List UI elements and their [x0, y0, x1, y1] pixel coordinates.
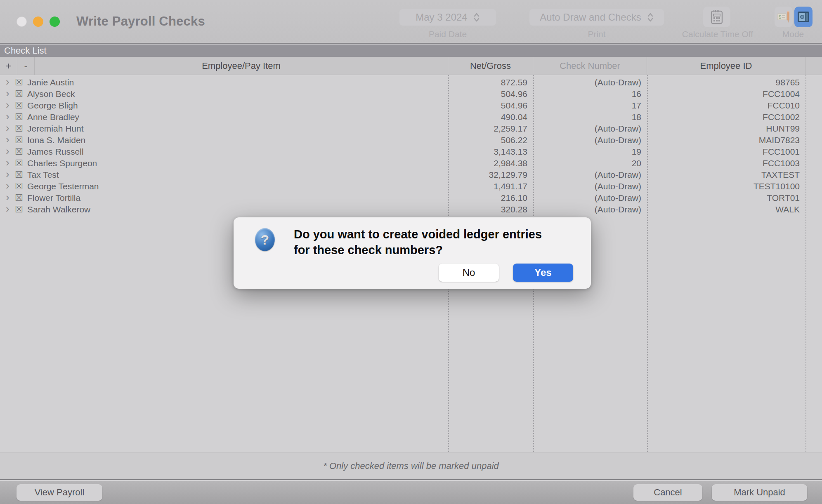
net-gross-value: 1,491.17 [448, 181, 527, 192]
calculator-calendar-icon [709, 9, 724, 25]
table-header-row: + - Employee/Pay Item Net/Gross Check Nu… [0, 57, 822, 75]
checked-checkbox-icon[interactable]: ☒ [15, 169, 23, 181]
check-number-value: (Auto-Draw) [533, 169, 641, 181]
check-number-value: 19 [533, 146, 641, 158]
footer-bar: View Payroll Cancel Mark Unpaid [0, 481, 822, 504]
check-number-value: 20 [533, 158, 641, 169]
checked-checkbox-icon[interactable]: ☒ [15, 134, 23, 146]
employee-id-value: TORT01 [647, 192, 800, 204]
paid-date-select[interactable]: May 3 2024 [399, 9, 496, 26]
net-gross-value: 490.04 [448, 111, 527, 123]
employee-name: George Testerman [27, 181, 99, 192]
mode-vault-segment[interactable] [794, 7, 813, 27]
mark-unpaid-button[interactable]: Mark Unpaid [712, 484, 807, 501]
employee-id-value: FCC1003 [647, 158, 800, 169]
employee-name: Sarah Walkerow [27, 204, 90, 215]
table-row[interactable]: › ☒ Anne Bradley 490.04 18 FCC1002 [0, 111, 822, 123]
table-row[interactable]: › ☒ Jeremiah Hunt 2,259.17 (Auto-Draw) H… [0, 123, 822, 134]
checked-checkbox-icon[interactable]: ☒ [15, 123, 23, 134]
employee-name: Janie Austin [27, 77, 74, 88]
employee-id-value: FCC1002 [647, 111, 800, 123]
table-row[interactable]: › ☒ Janie Austin 872.59 (Auto-Draw) 9876… [0, 77, 822, 88]
check-number-value: (Auto-Draw) [533, 204, 641, 215]
footnote-text: * Only checked items will be marked unpa… [323, 461, 499, 471]
chevron-right-icon[interactable]: › [6, 191, 9, 203]
no-button[interactable]: No [439, 264, 499, 282]
titlebar: Write Payroll Checks May 3 2024 Paid Dat… [0, 0, 822, 44]
chevron-right-icon[interactable]: › [6, 203, 9, 214]
checked-checkbox-icon[interactable]: ☒ [15, 77, 23, 88]
chevron-right-icon[interactable]: › [6, 76, 9, 87]
question-mark-icon: ? [255, 228, 275, 251]
traffic-light-minimize-button[interactable] [33, 16, 43, 27]
column-header-employee-pay-item[interactable]: Employee/Pay Item [35, 57, 448, 75]
write-payroll-checks-window: Write Payroll Checks May 3 2024 Paid Dat… [0, 0, 822, 504]
employee-name: Tax Test [27, 169, 59, 181]
employee-id-value: TAXTEST [647, 169, 800, 181]
check-number-value: (Auto-Draw) [533, 77, 641, 88]
chevron-right-icon[interactable]: › [6, 168, 9, 180]
net-gross-value: 2,984.38 [448, 158, 527, 169]
table-row[interactable]: › ☒ Flower Tortilla 216.10 (Auto-Draw) T… [0, 192, 822, 204]
voided-ledger-confirmation-dialog: ? Do you want to create voided ledger en… [234, 217, 591, 289]
print-value: Auto Draw and Checks [540, 12, 641, 23]
chevron-up-down-icon [647, 12, 654, 23]
table-row[interactable]: › ☒ Sarah Walkerow 320.28 (Auto-Draw) WA… [0, 204, 822, 215]
checked-checkbox-icon[interactable]: ☒ [15, 111, 23, 123]
checked-checkbox-icon[interactable]: ☒ [15, 146, 23, 158]
table-row[interactable]: › ☒ George Testerman 1,491.17 (Auto-Draw… [0, 181, 822, 192]
mode-check-writing-segment[interactable]: $ [775, 7, 793, 27]
print-select[interactable]: Auto Draw and Checks [529, 9, 664, 26]
check-number-value: 18 [533, 111, 641, 123]
employee-id-value: TEST10100 [647, 181, 800, 192]
view-payroll-button[interactable]: View Payroll [17, 484, 102, 501]
chevron-right-icon[interactable]: › [6, 180, 9, 191]
chevron-right-icon[interactable]: › [6, 134, 9, 145]
add-row-button[interactable]: + [0, 57, 17, 75]
employee-name: Anne Bradley [27, 111, 79, 123]
cancel-button[interactable]: Cancel [633, 484, 702, 501]
net-gross-value: 32,129.79 [448, 169, 527, 181]
table-row[interactable]: › ☒ James Russell 3,143.13 19 FCC1001 [0, 146, 822, 158]
traffic-light-zoom-button[interactable] [50, 16, 60, 27]
checked-checkbox-icon[interactable]: ☒ [15, 181, 23, 192]
chevron-right-icon[interactable]: › [6, 145, 9, 157]
yes-button[interactable]: Yes [513, 264, 573, 282]
net-gross-value: 872.59 [448, 77, 527, 88]
column-header-gutter [805, 57, 822, 75]
checked-checkbox-icon[interactable]: ☒ [15, 158, 23, 169]
calculate-time-off-button[interactable] [703, 7, 730, 27]
mode-label: Mode [768, 29, 818, 40]
mode-segmented-control: $ [775, 7, 813, 27]
chevron-right-icon[interactable]: › [6, 99, 9, 111]
checked-checkbox-icon[interactable]: ☒ [15, 100, 23, 111]
column-header-check-number[interactable]: Check Number [533, 57, 647, 75]
check-number-value: (Auto-Draw) [533, 181, 641, 192]
chevron-right-icon[interactable]: › [6, 87, 9, 99]
column-header-employee-id[interactable]: Employee ID [647, 57, 805, 75]
table-row[interactable]: › ☒ Alyson Beck 504.96 16 FCC1004 [0, 88, 822, 100]
table-row[interactable]: › ☒ Tax Test 32,129.79 (Auto-Draw) TAXTE… [0, 169, 822, 181]
table-row[interactable]: › ☒ George Bligh 504.96 17 FCC010 [0, 100, 822, 111]
chevron-right-icon[interactable]: › [6, 122, 9, 134]
check-number-value: (Auto-Draw) [533, 123, 641, 134]
table-row[interactable]: › ☒ Iona S. Maiden 506.22 (Auto-Draw) MA… [0, 134, 822, 146]
net-gross-value: 216.10 [448, 192, 527, 204]
checked-checkbox-icon[interactable]: ☒ [15, 88, 23, 100]
question-mark-glyph: ? [261, 232, 269, 248]
check-number-value: (Auto-Draw) [533, 192, 641, 204]
net-gross-value: 504.96 [448, 100, 527, 111]
checked-checkbox-icon[interactable]: ☒ [15, 204, 23, 215]
column-header-net-gross[interactable]: Net/Gross [448, 57, 533, 75]
traffic-light-close-button[interactable] [17, 16, 27, 27]
employee-id-value: FCC010 [647, 100, 800, 111]
chevron-right-icon[interactable]: › [6, 111, 9, 122]
net-gross-value: 2,259.17 [448, 123, 527, 134]
table-row[interactable]: › ☒ Charles Spurgeon 2,984.38 20 FCC1003 [0, 158, 822, 169]
remove-row-button[interactable]: - [17, 57, 35, 75]
svg-text:$: $ [779, 14, 781, 19]
dialog-message: Do you want to create voided ledger entr… [294, 226, 550, 258]
chevron-right-icon[interactable]: › [6, 157, 9, 168]
checked-checkbox-icon[interactable]: ☒ [15, 192, 23, 204]
employee-id-value: FCC1004 [647, 88, 800, 100]
